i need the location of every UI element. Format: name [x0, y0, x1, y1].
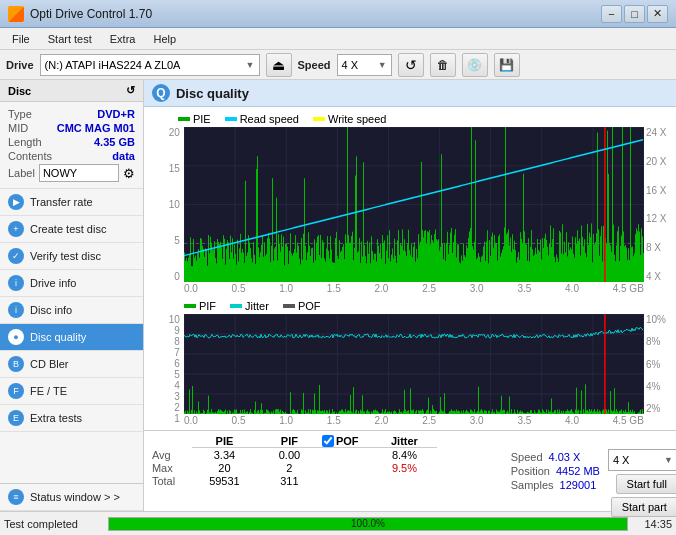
stats-max-row: Max 20 2 9.5%: [152, 462, 503, 474]
contents-value: data: [112, 150, 135, 162]
maximize-button[interactable]: □: [624, 5, 645, 23]
col-pie: PIE: [192, 435, 257, 448]
disc-refresh-icon[interactable]: ↺: [126, 84, 135, 97]
max-jitter: 9.5%: [372, 462, 437, 474]
bottom-x-axis: 0.0 0.5 1.0 1.5 2.0 2.5 3.0 3.5 4.0 4.5 …: [184, 415, 644, 426]
close-button[interactable]: ✕: [647, 5, 668, 23]
top-chart-container: 20 15 10 5 0 24 X 20 X 16 X 12 X 8 X 4 X: [184, 127, 644, 282]
app-icon: [8, 6, 24, 22]
total-pie: 59531: [192, 475, 257, 487]
stats-speed-dropdown[interactable]: 4 X ▼: [608, 449, 676, 471]
length-label: Length: [8, 136, 42, 148]
speed-row: Speed 4.03 X: [511, 451, 600, 463]
erase-button[interactable]: 🗑: [430, 53, 456, 77]
pie-color: [178, 117, 190, 121]
stats-table: PIE PIF POF Jitter Avg 3.34 0.00 8.4%: [152, 435, 503, 487]
jitter-color: [230, 304, 242, 308]
rip-button[interactable]: 💿: [462, 53, 488, 77]
disc-quality-icon-header: Q: [152, 84, 170, 102]
stats-speed-arrow: ▼: [664, 455, 673, 465]
nav-fe-te[interactable]: F FE / TE: [0, 378, 143, 405]
legend-pif: PIF: [184, 300, 216, 312]
mid-value: CMC MAG M01: [57, 122, 135, 134]
menu-help[interactable]: Help: [145, 31, 184, 47]
menu-file[interactable]: File: [4, 31, 38, 47]
max-pie: 20: [192, 462, 257, 474]
disc-quality-icon: ●: [8, 329, 24, 345]
nav-drive-info[interactable]: i Drive info: [0, 270, 143, 297]
nav-verify-test-disc[interactable]: ✓ Verify test disc: [0, 243, 143, 270]
nav-transfer-rate[interactable]: ▶ Transfer rate: [0, 189, 143, 216]
drive-label: Drive: [6, 59, 34, 71]
nav-disc-info[interactable]: i Disc info: [0, 297, 143, 324]
label-settings-icon[interactable]: ⚙: [123, 166, 135, 181]
chart-legend: PIE Read speed Write speed: [148, 111, 676, 127]
total-jitter: [372, 475, 437, 487]
pof-checkbox[interactable]: [322, 435, 334, 447]
disc-info-panel: Type DVD+R MID CMC MAG M01 Length 4.35 G…: [0, 102, 143, 189]
fe-te-icon: F: [8, 383, 24, 399]
col-pof: POF: [322, 435, 372, 448]
bottom-y-axis-right: 10% 8% 6% 4% 2%: [646, 314, 676, 414]
disc-info-icon: i: [8, 302, 24, 318]
avg-pof: [322, 449, 372, 461]
legend-read-speed: Read speed: [225, 113, 299, 125]
avg-label: Avg: [152, 449, 192, 461]
speed-dropdown[interactable]: 4 X ▼: [337, 54, 392, 76]
status-time: 14:35: [632, 518, 672, 530]
drive-bar: Drive (N:) ATAPI iHAS224 A ZL0A ▼ ⏏ Spee…: [0, 50, 676, 80]
type-value: DVD+R: [97, 108, 135, 120]
menu-extra[interactable]: Extra: [102, 31, 144, 47]
status-window-icon: ≡: [8, 489, 24, 505]
nav-cd-bler[interactable]: B CD Bler: [0, 351, 143, 378]
cd-bler-icon: B: [8, 356, 24, 372]
top-x-axis: 0.0 0.5 1.0 1.5 2.0 2.5 3.0 3.5 4.0 4.5 …: [184, 283, 644, 294]
disc-type-row: Type DVD+R: [8, 108, 135, 120]
stats-layout: PIE PIF POF Jitter Avg 3.34 0.00 8.4%: [152, 435, 676, 517]
nav-create-test-disc[interactable]: + Create test disc: [0, 216, 143, 243]
col-pif: PIF: [257, 435, 322, 448]
stats-area: PIE PIF POF Jitter Avg 3.34 0.00 8.4%: [144, 430, 676, 521]
speed-value: 4.03 X: [549, 451, 581, 463]
sidebar: Disc ↺ Type DVD+R MID CMC MAG M01 Length…: [0, 80, 144, 511]
disc-length-row: Length 4.35 GB: [8, 136, 135, 148]
minimize-button[interactable]: −: [601, 5, 622, 23]
nav-status-window[interactable]: ≡ Status window > >: [0, 483, 143, 511]
bottom-chart-canvas: [184, 314, 644, 414]
refresh-button[interactable]: ↺: [398, 53, 424, 77]
nav-disc-quality[interactable]: ● Disc quality: [0, 324, 143, 351]
start-full-button[interactable]: Start full: [616, 474, 676, 494]
top-y-axis-left: 20 15 10 5 0: [152, 127, 180, 282]
max-label: Max: [152, 462, 192, 474]
drive-dropdown[interactable]: (N:) ATAPI iHAS224 A ZL0A ▼: [40, 54, 260, 76]
stats-header: PIE PIF POF Jitter: [152, 435, 503, 448]
write-speed-color: [313, 117, 325, 121]
bottom-chart-legend: PIF Jitter POF: [148, 298, 676, 314]
length-value: 4.35 GB: [94, 136, 135, 148]
nav-extra-tests[interactable]: E Extra tests: [0, 405, 143, 432]
disc-contents-row: Contents data: [8, 150, 135, 162]
avg-jitter: 8.4%: [372, 449, 437, 461]
disc-quality-header: Q Disc quality: [144, 80, 676, 107]
eject-button[interactable]: ⏏: [266, 53, 292, 77]
label-input[interactable]: [39, 164, 119, 182]
speed-dropdown-arrow: ▼: [378, 60, 387, 70]
start-part-button[interactable]: Start part: [611, 497, 676, 517]
progress-bar: 100.0%: [108, 517, 628, 531]
create-disc-icon: +: [8, 221, 24, 237]
samples-value: 129001: [560, 479, 597, 491]
legend-write-speed: Write speed: [313, 113, 387, 125]
menu-start-test[interactable]: Start test: [40, 31, 100, 47]
position-row: Position 4452 MB: [511, 465, 600, 477]
total-label: Total: [152, 475, 192, 487]
drive-info-icon: i: [8, 275, 24, 291]
avg-pif: 0.00: [257, 449, 322, 461]
col-jitter: Jitter: [372, 435, 437, 448]
label-key: Label: [8, 167, 35, 179]
chart-area: PIE Read speed Write speed 20 15 10 5: [144, 107, 676, 430]
save-button[interactable]: 💾: [494, 53, 520, 77]
stats-avg-row: Avg 3.34 0.00 8.4%: [152, 449, 503, 461]
menu-bar: File Start test Extra Help: [0, 28, 676, 50]
bottom-y-axis-left: 10 9 8 7 6 5 4 3 2 1: [152, 314, 180, 414]
speed-info: Speed 4.03 X Position 4452 MB Samples 12…: [511, 451, 600, 491]
